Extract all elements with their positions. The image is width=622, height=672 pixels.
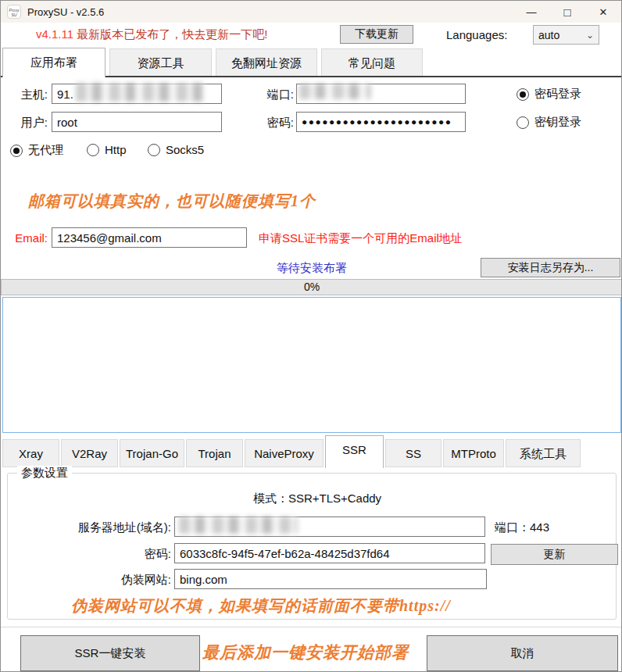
minimize-button[interactable]: —	[513, 1, 549, 23]
tab-trojan-go[interactable]: Trojan-Go	[120, 439, 184, 467]
new-version-label: v4.1.11	[36, 27, 73, 41]
ssr-port-row: 端口：443	[495, 520, 549, 535]
key-login-label: 密钥登录	[534, 115, 581, 130]
update-message: 最新版本已发布了，快去更新一下吧!	[77, 27, 267, 41]
mode-label: 模式：	[253, 491, 288, 505]
ssr-password-input[interactable]	[174, 543, 485, 563]
languages-label: Languages:	[446, 28, 507, 41]
cancel-button[interactable]: 取消	[427, 635, 618, 671]
close-icon: ✕	[599, 6, 608, 18]
tab-naiveproxy[interactable]: NaiveProxy	[245, 439, 324, 467]
redacted-port-value	[299, 84, 371, 99]
tab-resource-tools[interactable]: 资源工具	[109, 48, 212, 77]
update-banner: v4.1.11 最新版本已发布了，快去更新一下吧!	[36, 27, 267, 42]
maximize-icon: □	[563, 5, 570, 19]
tab-ssr[interactable]: SSR	[325, 435, 384, 468]
ssl-email-note: 申请SSL证书需要一个可用的Email地址	[259, 231, 463, 246]
radio-password-login[interactable]: 密码登录	[517, 87, 581, 102]
tab-trojan[interactable]: Trojan	[186, 439, 243, 467]
tab-free-urls[interactable]: 免翻网址资源	[216, 48, 317, 77]
tab-mtproto[interactable]: MTProto	[443, 439, 504, 467]
port-label: 端口:	[255, 88, 294, 102]
tab-v2ray[interactable]: V2Ray	[61, 439, 118, 467]
ssr-password-label: 密码:	[48, 547, 171, 562]
ssh-password-input[interactable]	[296, 112, 466, 132]
download-update-button[interactable]: 下载更新	[340, 25, 413, 44]
tab-app-deploy[interactable]: 应用布署	[2, 48, 105, 77]
chevron-down-icon: ⌄	[586, 30, 594, 41]
camouflage-hint-text: 伪装网站可以不填，如果填写的话前面不要带https://	[71, 595, 451, 617]
email-label: Email:	[7, 231, 48, 245]
ssr-port-label: 端口：	[495, 520, 530, 534]
language-selected-value: auto	[538, 29, 559, 41]
radio-unselected-icon	[87, 144, 99, 156]
tab-system-tools[interactable]: 系统工具	[506, 439, 581, 467]
window-title: ProxySU - v2.5.6	[27, 6, 104, 18]
proxy-none-label: 无代理	[28, 143, 63, 158]
settings-group-title: 参数设置	[17, 466, 72, 481]
app-icon: Proxy SU	[7, 5, 21, 19]
footer-hint-text: 最后添加一键安装开始部署	[202, 642, 409, 663]
close-button[interactable]: ✕	[585, 1, 621, 23]
tab-xray[interactable]: Xray	[2, 439, 59, 467]
window-controls: — □ ✕	[513, 1, 621, 23]
mode-value: SSR+TLS+Caddy	[288, 491, 381, 505]
ssh-password-label: 密码:	[255, 116, 294, 130]
user-input[interactable]	[52, 112, 222, 132]
radio-key-login[interactable]: 密钥登录	[517, 115, 581, 130]
host-label: 主机:	[7, 88, 48, 102]
minimize-icon: —	[527, 6, 537, 18]
email-input[interactable]	[52, 227, 247, 248]
radio-proxy-none[interactable]: 无代理	[10, 143, 63, 158]
redacted-host-value	[76, 83, 204, 102]
proxy-http-label: Http	[105, 143, 127, 156]
user-label: 用户:	[7, 116, 48, 130]
progress-bar: 0%	[1, 279, 622, 295]
radio-selected-icon	[517, 88, 529, 101]
radio-proxy-http[interactable]: Http	[87, 143, 127, 156]
ssr-install-button[interactable]: SSR一键安装	[20, 635, 200, 671]
tab-faq[interactable]: 常见问题	[321, 48, 423, 77]
maximize-button[interactable]: □	[549, 1, 585, 23]
email-hint-text: 邮箱可以填真实的，也可以随便填写1个	[28, 191, 316, 212]
title-bar: Proxy SU ProxySU - v2.5.6 — □ ✕	[1, 1, 621, 23]
radio-proxy-socks5[interactable]: Socks5	[148, 143, 204, 156]
redacted-domain-value	[179, 517, 298, 534]
radio-unselected-icon	[148, 144, 160, 156]
password-login-label: 密码登录	[534, 87, 581, 102]
proxy-socks5-label: Socks5	[166, 143, 204, 156]
install-log-area[interactable]	[2, 297, 621, 433]
camouflage-input[interactable]	[174, 569, 487, 589]
radio-unselected-icon	[517, 116, 529, 129]
footer-divider	[1, 627, 622, 627]
tab-ss[interactable]: SS	[385, 439, 441, 467]
language-select[interactable]: auto ⌄	[533, 25, 599, 45]
proxysu-window: Proxy SU ProxySU - v2.5.6 — □ ✕ v4.1.11 …	[0, 0, 622, 672]
update-params-button[interactable]: 更新	[491, 544, 618, 565]
ssr-port-value: 443	[530, 520, 549, 534]
mode-row: 模式：SSR+TLS+Caddy	[1, 491, 622, 506]
save-log-button[interactable]: 安装日志另存为...	[481, 258, 620, 277]
camouflage-label: 伪装网站:	[48, 573, 171, 588]
domain-label: 服务器地址(域名):	[48, 520, 171, 535]
radio-selected-icon	[10, 145, 23, 157]
